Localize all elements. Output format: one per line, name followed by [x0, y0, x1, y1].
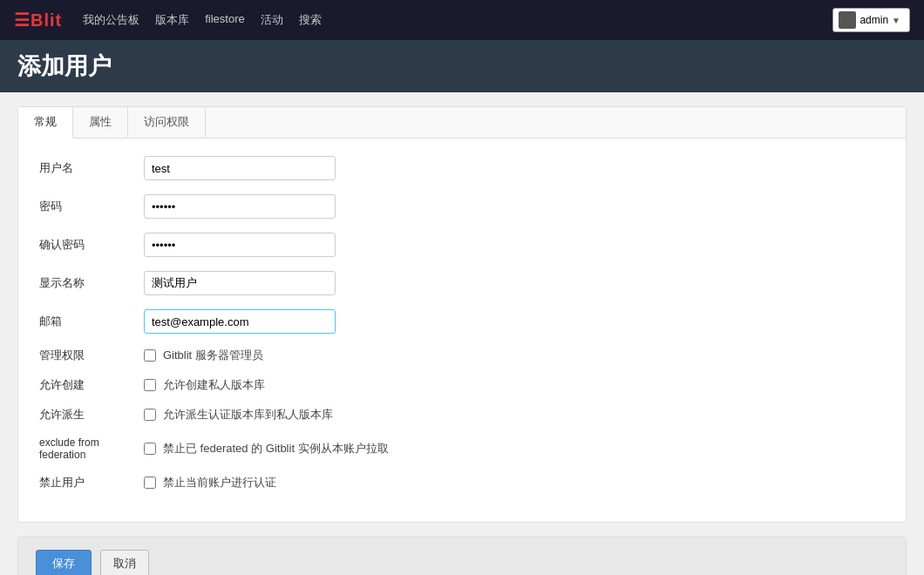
exclude-federation-wrap: 禁止已 federated 的 Gitblit 实例从本账户拉取 [144, 441, 389, 457]
admin-avatar [839, 11, 856, 29]
tab-access[interactable]: 访问权限 [128, 107, 206, 138]
allow-create-desc: 允许创建私人版本库 [163, 377, 265, 393]
admin-menu-button[interactable]: admin ▼ [832, 8, 910, 32]
nav-link-repos[interactable]: 版本库 [155, 12, 189, 28]
admin-dropdown-arrow: ▼ [892, 16, 900, 25]
email-input[interactable] [144, 309, 336, 334]
disable-user-label: 禁止用户 [39, 475, 144, 490]
admin-perm-row: 管理权限 Gitblit 服务器管理员 [39, 348, 885, 363]
password-row: 密码 [39, 194, 885, 219]
tab-attributes[interactable]: 属性 [73, 107, 128, 138]
form-body: 用户名 密码 确认密码 显示名称 邮箱 管理权限 [18, 139, 906, 522]
display-name-row: 显示名称 [39, 271, 885, 295]
confirm-password-label: 确认密码 [39, 237, 144, 253]
display-name-label: 显示名称 [39, 275, 144, 291]
admin-perm-checkbox[interactable] [144, 349, 156, 362]
allow-fork-wrap: 允许派生认证版本库到私人版本库 [144, 407, 333, 423]
disable-user-desc: 禁止当前账户进行认证 [163, 475, 276, 490]
allow-create-label: 允许创建 [39, 377, 144, 393]
password-label: 密码 [39, 199, 144, 214]
tabs: 常规 属性 访问权限 [18, 107, 906, 139]
allow-create-wrap: 允许创建私人版本库 [144, 377, 265, 393]
nav-link-activity[interactable]: 活动 [261, 12, 283, 28]
nav-link-search[interactable]: 搜索 [299, 12, 322, 28]
save-button[interactable]: 保存 [36, 550, 92, 575]
exclude-federation-row: exclude from federation 禁止已 federated 的 … [39, 436, 885, 461]
brand-icon: ☰ [14, 10, 31, 30]
page-header: 添加用户 [0, 40, 924, 92]
tab-container: 常规 属性 访问权限 用户名 密码 确认密码 显示名称 [17, 106, 907, 523]
action-bar: 保存 取消 [17, 537, 907, 575]
disable-user-row: 禁止用户 禁止当前账户进行认证 [39, 475, 885, 490]
tab-general[interactable]: 常规 [18, 107, 73, 139]
main-content: 常规 属性 访问权限 用户名 密码 确认密码 显示名称 [0, 92, 924, 575]
exclude-federation-desc: 禁止已 federated 的 Gitblit 实例从本账户拉取 [163, 441, 389, 457]
brand-name: Blit [31, 10, 62, 30]
navbar-right: admin ▼ [832, 8, 910, 32]
exclude-federation-label: exclude from federation [39, 436, 144, 461]
allow-create-checkbox[interactable] [144, 379, 156, 391]
allow-fork-checkbox[interactable] [144, 409, 156, 421]
exclude-federation-checkbox[interactable] [144, 443, 156, 455]
username-row: 用户名 [39, 156, 885, 180]
navbar: ☰Blit 我的公告板 版本库 filestore 活动 搜索 admin ▼ [0, 0, 924, 40]
allow-fork-row: 允许派生 允许派生认证版本库到私人版本库 [39, 407, 885, 423]
confirm-password-row: 确认密码 [39, 233, 885, 257]
page-title: 添加用户 [17, 51, 907, 82]
confirm-password-input[interactable] [144, 233, 336, 257]
allow-fork-label: 允许派生 [39, 407, 144, 423]
cancel-button[interactable]: 取消 [100, 550, 149, 575]
disable-user-wrap: 禁止当前账户进行认证 [144, 475, 276, 490]
nav-link-bulletin[interactable]: 我的公告板 [83, 12, 139, 28]
display-name-input[interactable] [144, 271, 336, 295]
nav-link-filestore[interactable]: filestore [205, 12, 245, 28]
admin-perm-label: 管理权限 [39, 348, 144, 363]
password-input[interactable] [144, 194, 336, 219]
brand-logo[interactable]: ☰Blit [14, 10, 62, 30]
email-label: 邮箱 [39, 314, 144, 329]
username-input[interactable] [144, 156, 336, 180]
admin-perm-wrap: Gitblit 服务器管理员 [144, 348, 263, 363]
allow-create-row: 允许创建 允许创建私人版本库 [39, 377, 885, 393]
username-label: 用户名 [39, 160, 144, 176]
disable-user-checkbox[interactable] [144, 477, 156, 489]
email-row: 邮箱 [39, 309, 885, 334]
admin-perm-desc: Gitblit 服务器管理员 [163, 348, 263, 363]
nav-links: 我的公告板 版本库 filestore 活动 搜索 [83, 12, 812, 28]
allow-fork-desc: 允许派生认证版本库到私人版本库 [163, 407, 333, 423]
admin-label: admin [859, 14, 888, 26]
